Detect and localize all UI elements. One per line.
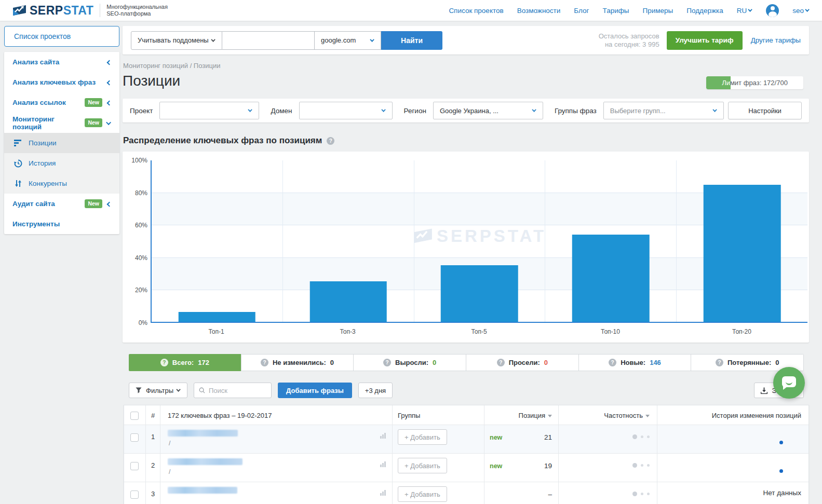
loading-dots [632, 434, 650, 439]
other-plans-link[interactable]: Другие тарифы [751, 36, 801, 44]
divider [100, 4, 100, 17]
nav-projects-list[interactable]: Список проектов [449, 7, 503, 15]
help-icon: ? [160, 359, 168, 366]
region-label: Регион [404, 107, 426, 115]
tab-total[interactable]: ? Всего:172 [129, 354, 241, 371]
x-axis-labels: Топ-1 Топ-3 Топ-5 Топ-10 Топ-20 [151, 328, 807, 335]
sort-desc-icon [548, 415, 552, 417]
filters-button[interactable]: Фильтры [129, 383, 187, 398]
tab-declined[interactable]: ? Просели:0 [466, 355, 579, 371]
row-checkbox[interactable] [130, 491, 139, 499]
row-checkbox[interactable] [130, 433, 139, 442]
mini-chart-icon[interactable] [380, 490, 386, 496]
add-to-group-button[interactable]: + Добавить [398, 486, 447, 502]
chevron-down-icon [748, 7, 752, 11]
nav-blog[interactable]: Блог [574, 7, 589, 15]
submenu-item-competitors[interactable]: Конкуренты [4, 173, 119, 194]
table-row: 1 / + Добавить new 21 [124, 425, 808, 454]
sidebar-item-keyword-analysis[interactable]: Анализ ключевых фраз [4, 72, 119, 92]
keyword-link-blurred[interactable] [168, 430, 238, 437]
col-keywords: 172 ключевых фраз – 19-02-2017 [160, 405, 393, 425]
sidebar-item-rank-tracking[interactable]: Мониторинг позиций New [4, 113, 119, 133]
add-to-group-button[interactable]: + Добавить [398, 429, 447, 445]
search-input[interactable] [209, 387, 266, 394]
keyword-link-blurred[interactable] [168, 487, 237, 494]
sidebar-item-site-audit[interactable]: Аудит сайта New [4, 194, 119, 214]
projects-list-button[interactable]: Список проектов [4, 26, 119, 47]
row-number: 3 [146, 482, 160, 504]
new-status-label: new [490, 462, 502, 470]
col-position[interactable]: Позиция [484, 405, 559, 425]
sidebar-item-link-analysis[interactable]: Анализ ссылок New [4, 92, 119, 113]
chat-widget-button[interactable] [773, 367, 805, 399]
project-select[interactable] [159, 102, 259, 119]
col-frequency[interactable]: Частотность [559, 405, 657, 425]
upgrade-plan-button[interactable]: Улучшить тариф [667, 31, 743, 50]
position-value: 21 [544, 433, 552, 441]
search-engine-select[interactable]: google.com [315, 31, 381, 50]
chart-section-title: Распределение ключевых фраз по позициям … [123, 135, 334, 146]
limit-progress: Лимит фраз: 172/700 [706, 76, 731, 89]
plus-3-days-button[interactable]: +3 дня [358, 383, 393, 398]
serpstat-flag-icon [12, 5, 26, 17]
query-input-wrap [222, 31, 315, 50]
domain-select[interactable] [299, 102, 393, 119]
submenu-item-history[interactable]: История [4, 153, 119, 173]
chart-bar-top1 [179, 312, 256, 322]
chart-bar-top10 [572, 235, 650, 322]
subdomains-select[interactable]: Учитывать поддомены [131, 31, 222, 50]
settings-button[interactable]: Настройки [728, 102, 802, 119]
select-all-checkbox[interactable] [130, 412, 139, 420]
sidebar: Список проектов Анализ сайта Анализ ключ… [4, 26, 119, 234]
help-icon: ? [383, 359, 391, 366]
nav-examples[interactable]: Примеры [643, 7, 673, 15]
filters-bar: Проект Домен Регион Google Украина, ... … [123, 99, 809, 122]
user-avatar[interactable] [766, 4, 779, 17]
new-status-label: new [490, 434, 502, 441]
region-select[interactable]: Google Украина, ... [433, 102, 543, 119]
chevron-down-icon [211, 37, 215, 42]
tab-unchanged[interactable]: ? Не изменились:0 [241, 355, 354, 371]
tab-improved[interactable]: ? Выросли:0 [354, 355, 466, 371]
serpstat-logo[interactable]: SERPSTAT [12, 4, 93, 18]
keyword-url-path: / [169, 468, 386, 475]
chevron-down-icon [107, 119, 111, 127]
mini-chart-icon[interactable] [380, 461, 386, 467]
row-checkbox[interactable] [130, 462, 139, 470]
nav-support[interactable]: Поддержка [686, 7, 723, 15]
language-selector[interactable]: RU [737, 7, 753, 15]
chevron-down-icon [370, 37, 374, 42]
nav-pricing[interactable]: Тарифы [603, 7, 629, 15]
help-icon[interactable]: ? [327, 137, 334, 145]
domain-label: Домен [271, 107, 292, 115]
loading-dots [632, 491, 650, 496]
mini-chart-icon[interactable] [380, 433, 386, 439]
chevron-left-icon [107, 200, 111, 208]
add-to-group-button[interactable]: + Добавить [398, 458, 447, 473]
nav-features[interactable]: Возможности [517, 7, 561, 15]
up-down-arrows-icon [14, 180, 22, 187]
add-phrases-button[interactable]: Добавить фразы [278, 383, 352, 398]
keywords-table: # 172 ключевых фраз – 19-02-2017 Группы … [124, 405, 809, 504]
user-menu[interactable]: seo [792, 7, 810, 15]
remaining-queries: Осталось запросов на сегодня: 3 995 [599, 32, 659, 49]
phrase-groups-select[interactable]: Выберите групп... [603, 102, 724, 119]
chart-columns [152, 160, 807, 322]
col-num: # [146, 405, 160, 425]
chevron-down-icon [381, 107, 385, 112]
chevron-down-icon [248, 107, 252, 112]
page-title: Позиции [123, 73, 180, 89]
help-icon: ? [716, 359, 723, 366]
breadcrumb: Мониторинг позиций / Позиции [123, 62, 220, 70]
loading-dots [632, 462, 650, 468]
find-button[interactable]: Найти [381, 31, 442, 50]
chevron-down-icon [176, 387, 180, 391]
brand-tagline: Многофункциональная SEO-платформа [106, 4, 168, 17]
sidebar-item-site-analysis[interactable]: Анализ сайта [4, 52, 119, 72]
table-header-row: # 172 ключевых фраз – 19-02-2017 Группы … [124, 405, 808, 425]
tab-new[interactable]: ? Новые:146 [579, 355, 692, 371]
keyword-link-blurred[interactable] [168, 458, 242, 465]
submenu-item-positions[interactable]: Позиции [4, 133, 119, 153]
sidebar-item-tools[interactable]: Инструменты [4, 214, 119, 234]
domain-query-input[interactable] [228, 36, 308, 44]
